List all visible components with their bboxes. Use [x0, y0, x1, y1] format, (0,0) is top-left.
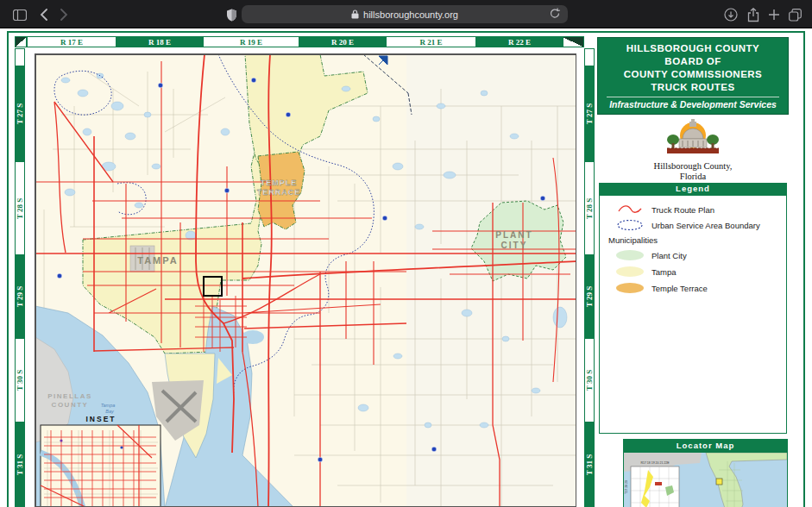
legend-label: Truck Route Plan — [651, 205, 714, 215]
legend-label: Plant City — [651, 251, 687, 260]
url-text: hillsboroughcounty.org — [363, 9, 458, 20]
legend-row-temple-terrace: Temple Terrace — [615, 282, 786, 294]
township-label: T 27 S — [15, 66, 25, 161]
logo-caption: Hillsborough County, — [597, 161, 789, 172]
township-label: T 28 S — [584, 161, 595, 255]
legend-row-tampa: Tampa — [615, 266, 786, 278]
tampa-bay-label-2: Bay — [105, 409, 115, 414]
title-line: HILLSBOROUGH COUNTY — [598, 42, 788, 55]
temple-terrace-swatch — [615, 282, 645, 294]
truck-routes-map: TAMPA TEMPLE TERRACE PLANT CITY PINELLAS… — [35, 53, 576, 507]
township-label: T 27 S — [584, 66, 595, 161]
township-label: T 31 S — [584, 422, 595, 507]
plant-city-label: PLANT — [495, 230, 532, 240]
urban-boundary-key-icon — [615, 219, 645, 231]
range-label: R 21 E — [386, 36, 476, 47]
legend-label: Temple Terrace — [651, 284, 708, 293]
township-label: T 29 S — [15, 255, 25, 338]
hillsborough-highlight — [716, 479, 722, 485]
range-label: R 20 E — [299, 36, 386, 47]
frame-corner-right — [563, 36, 584, 47]
county-seal-icon — [665, 118, 721, 158]
browser-toolbar: hillsboroughcounty.org — [0, 0, 812, 28]
range-strip-top: R 17 E R 18 E R 19 E R 20 E R 21 E R 22 … — [15, 36, 584, 47]
tampa-bay-label: Tampa — [101, 403, 116, 408]
web-page-content: R 17 E R 18 E R 19 E R 20 E R 21 E R 22 … — [0, 28, 812, 507]
township-label: T 31 S — [15, 422, 25, 507]
township-label: T 28 S — [15, 161, 25, 255]
reload-icon[interactable] — [550, 8, 560, 21]
range-label: R 19 E — [203, 36, 299, 47]
plant-city-label-2: CITY — [501, 241, 528, 250]
township-label: T 30 S — [584, 338, 595, 422]
township-label: T 30 S — [15, 338, 25, 422]
township-spacer — [15, 48, 25, 66]
municipalities-label: Municipalities — [608, 235, 786, 245]
locator-map-header: Locator Map — [624, 440, 787, 453]
title-line: TRUCK ROUTES — [598, 81, 788, 94]
township-label: T 29 S — [584, 255, 595, 338]
map-canvas: TAMPA TEMPLE TERRACE PLANT CITY PINELLAS… — [35, 54, 576, 507]
county-logo-block: Hillsborough County, Florida — [597, 118, 789, 182]
locator-grid-cols-label: R17 18 19 20 21 22E — [640, 461, 670, 465]
map-title-box: HILLSBOROUGH COUNTY BOARD OF COUNTY COMM… — [597, 37, 789, 115]
new-tab-icon[interactable] — [765, 6, 783, 23]
temple-terrace-label: TEMPLE — [261, 178, 298, 187]
legend-row-truck-route: Truck Route Plan — [615, 204, 786, 215]
share-icon[interactable] — [745, 6, 762, 23]
lock-icon — [351, 9, 359, 19]
legend-row-urban-boundary: Urban Service Area Boundary — [615, 219, 786, 231]
address-bar[interactable]: hillsboroughcounty.org — [242, 5, 568, 23]
title-line: COUNTY COMMISSIONERS — [598, 68, 788, 81]
logo-caption-2: Florida — [597, 172, 789, 182]
legend-box: Truck Route Plan Urban Service Area Boun… — [599, 195, 787, 434]
downloads-icon[interactable] — [722, 6, 740, 23]
plant-city-swatch — [615, 249, 645, 261]
title-divider — [607, 97, 779, 97]
pinellas-label-2: COUNTY — [52, 401, 89, 409]
legend-row-plant-city: Plant City — [615, 249, 786, 261]
temple-terrace-label-2: TERRACE — [257, 188, 301, 197]
pinellas-label: PINELLAS — [47, 392, 92, 400]
township-strip-right: T 27 S T 28 S T 29 S T 30 S T 31 S — [584, 48, 595, 507]
legend-label: Urban Service Area Boundary — [651, 221, 760, 230]
range-label: R 22 E — [476, 36, 563, 47]
frame-corner-left — [15, 36, 27, 47]
sidebar-toggle-icon[interactable] — [11, 6, 28, 23]
locator-map-box: Locator Map R17 18 19 20 21 22E T27 28 2… — [623, 439, 788, 507]
legend-label: Tampa — [651, 267, 677, 277]
township-strip-left: T 27 S T 28 S T 29 S T 30 S T 31 S — [15, 48, 25, 507]
tampa-label: TAMPA — [137, 255, 178, 266]
township-spacer — [584, 48, 595, 66]
back-button-icon[interactable] — [35, 6, 52, 23]
department-subtitle: Infrastructure & Development Services — [598, 99, 788, 110]
inset-label: INSET — [85, 415, 116, 423]
truck-route-key-icon — [615, 204, 645, 215]
inset-map: INSET — [41, 415, 161, 507]
forward-button-icon[interactable] — [55, 6, 72, 23]
range-label: R 18 E — [116, 36, 203, 47]
title-line: BOARD OF — [598, 55, 788, 68]
range-label: R 17 E — [27, 36, 116, 47]
legend-header: Legend — [599, 183, 787, 195]
map-land-east — [406, 54, 576, 507]
locator-map-graphic: R17 18 19 20 21 22E T27 28 29 — [624, 453, 787, 507]
locator-marker — [655, 482, 662, 485]
tab-overview-icon[interactable] — [786, 6, 803, 23]
locator-grid-rows-label: T27 28 29 — [625, 480, 628, 494]
tampa-swatch — [615, 266, 645, 278]
privacy-shield-icon[interactable] — [223, 6, 240, 23]
